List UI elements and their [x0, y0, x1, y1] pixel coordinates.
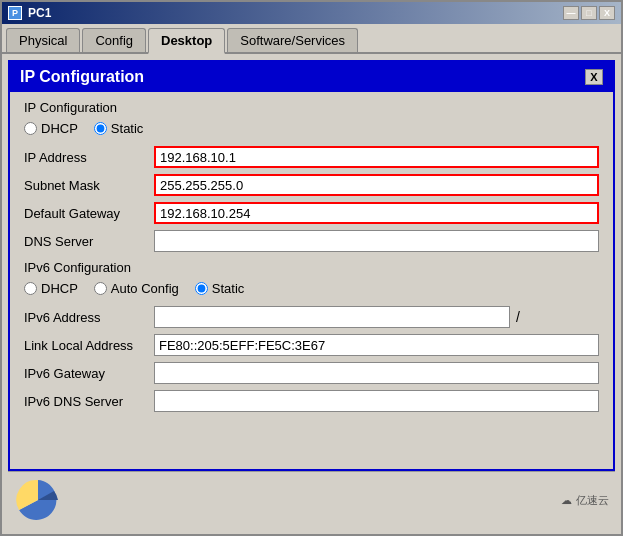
main-window: P PC1 — □ X Physical Config Desktop Soft… [0, 0, 623, 536]
dialog-close-button[interactable]: X [585, 69, 603, 85]
ipv6-auto-radio-item[interactable]: Auto Config [94, 281, 179, 296]
ipv6-auto-radio[interactable] [94, 282, 107, 295]
tab-software[interactable]: Software/Services [227, 28, 358, 52]
dialog-body: IP Configuration DHCP Static IP Address [10, 92, 613, 469]
static-radio[interactable] [94, 122, 107, 135]
ip-config-section-label: IP Configuration [24, 100, 599, 115]
default-gateway-row: Default Gateway [24, 202, 599, 224]
ipv6-address-row: IPv6 Address / [24, 306, 599, 328]
minimize-button[interactable]: — [563, 6, 579, 20]
content-area: IP Configuration X IP Configuration DHCP… [2, 54, 621, 534]
link-local-input[interactable] [154, 334, 599, 356]
dhcp-label: DHCP [41, 121, 78, 136]
dns-server-label: DNS Server [24, 234, 154, 249]
dialog-title-text: IP Configuration [20, 68, 144, 86]
ipv6-gateway-label: IPv6 Gateway [24, 366, 154, 381]
link-local-row: Link Local Address [24, 334, 599, 356]
logo-area [14, 476, 62, 524]
ipv6-dhcp-radio-item[interactable]: DHCP [24, 281, 78, 296]
dns-server-input[interactable] [154, 230, 599, 252]
subnet-mask-row: Subnet Mask [24, 174, 599, 196]
watermark-icon: ☁ [561, 494, 572, 507]
link-local-label: Link Local Address [24, 338, 154, 353]
window-close-button[interactable]: X [599, 6, 615, 20]
maximize-button[interactable]: □ [581, 6, 597, 20]
ipv6-gateway-row: IPv6 Gateway [24, 362, 599, 384]
tab-bar: Physical Config Desktop Software/Service… [2, 24, 621, 54]
dialog-title-bar: IP Configuration X [10, 62, 613, 92]
ipv6-gateway-input[interactable] [154, 362, 599, 384]
ipv6-mode-radio-group: DHCP Auto Config Static [24, 281, 599, 296]
window-icon: P [8, 6, 22, 20]
pie-chart-icon [14, 476, 62, 524]
watermark-text: 亿速云 [576, 493, 609, 508]
ipv6-address-label: IPv6 Address [24, 310, 154, 325]
watermark: ☁ 亿速云 [561, 493, 609, 508]
ipv6-static-radio[interactable] [195, 282, 208, 295]
window-title: PC1 [28, 6, 51, 20]
ipv6-auto-label: Auto Config [111, 281, 179, 296]
dhcp-radio-item[interactable]: DHCP [24, 121, 78, 136]
default-gateway-input[interactable] [154, 202, 599, 224]
title-bar: P PC1 — □ X [2, 2, 621, 24]
default-gateway-label: Default Gateway [24, 206, 154, 221]
title-bar-left: P PC1 [8, 6, 51, 20]
dhcp-radio[interactable] [24, 122, 37, 135]
ipv6-slash: / [516, 309, 520, 325]
subnet-mask-label: Subnet Mask [24, 178, 154, 193]
ip-config-dialog: IP Configuration X IP Configuration DHCP… [8, 60, 615, 471]
ipv6-address-input[interactable] [154, 306, 510, 328]
ipv6-address-container: / [154, 306, 599, 328]
ip-address-input[interactable] [154, 146, 599, 168]
ipv6-dhcp-label: DHCP [41, 281, 78, 296]
ipv6-dhcp-radio[interactable] [24, 282, 37, 295]
static-label: Static [111, 121, 144, 136]
dns-server-row: DNS Server [24, 230, 599, 252]
tab-desktop[interactable]: Desktop [148, 28, 225, 54]
ipv6-static-radio-item[interactable]: Static [195, 281, 245, 296]
ipv6-config-section-label: IPv6 Configuration [24, 260, 599, 275]
ip-mode-radio-group: DHCP Static [24, 121, 599, 136]
ipv6-dns-label: IPv6 DNS Server [24, 394, 154, 409]
ipv6-static-label: Static [212, 281, 245, 296]
tab-config[interactable]: Config [82, 28, 146, 52]
ipv6-dns-input[interactable] [154, 390, 599, 412]
bottom-bar: ☁ 亿速云 [8, 471, 615, 528]
static-radio-item[interactable]: Static [94, 121, 144, 136]
ip-address-row: IP Address [24, 146, 599, 168]
ipv6-dns-row: IPv6 DNS Server [24, 390, 599, 412]
ip-address-label: IP Address [24, 150, 154, 165]
tab-physical[interactable]: Physical [6, 28, 80, 52]
title-controls: — □ X [563, 6, 615, 20]
subnet-mask-input[interactable] [154, 174, 599, 196]
